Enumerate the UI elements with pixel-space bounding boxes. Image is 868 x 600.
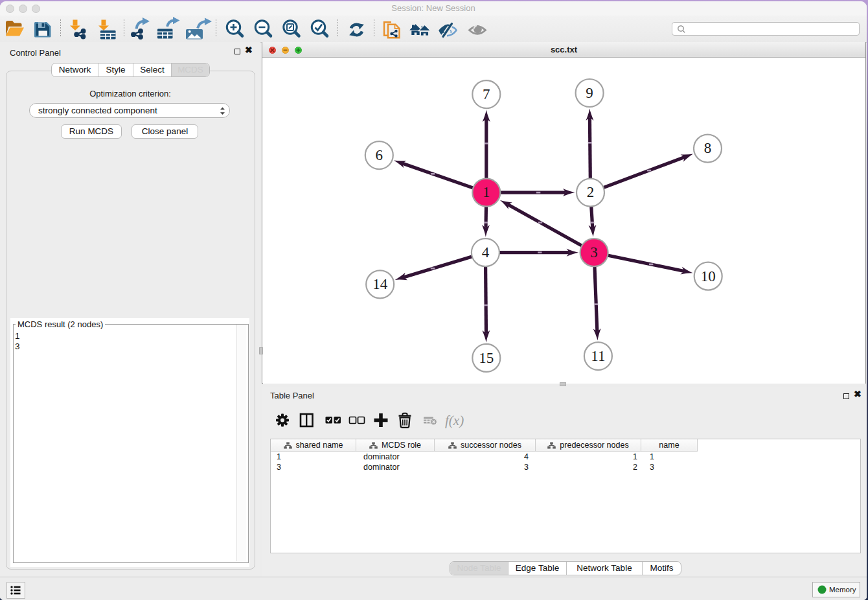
svg-text:14: 14 xyxy=(372,276,388,292)
svg-text:7: 7 xyxy=(483,86,490,102)
svg-text:1: 1 xyxy=(483,184,490,200)
svg-text:8: 8 xyxy=(704,140,712,156)
svg-text:9: 9 xyxy=(586,85,593,101)
svg-text:6: 6 xyxy=(376,147,383,163)
svg-text:2: 2 xyxy=(587,184,595,200)
svg-text:4: 4 xyxy=(482,244,490,260)
svg-text:11: 11 xyxy=(591,348,605,364)
svg-text:10: 10 xyxy=(701,268,716,284)
svg-text:3: 3 xyxy=(590,244,598,260)
svg-text:15: 15 xyxy=(479,350,494,366)
svg-text:f(x): f(x) xyxy=(445,413,464,428)
